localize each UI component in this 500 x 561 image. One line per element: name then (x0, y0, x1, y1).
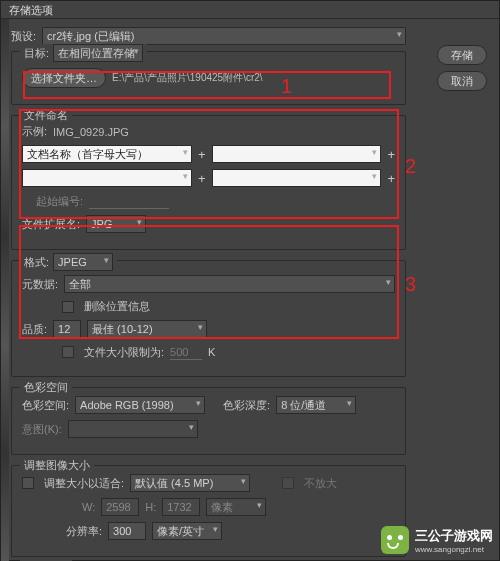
watermark-brand: 三公子游戏网 (415, 528, 493, 543)
example-value: IMG_0929.JPG (53, 126, 129, 138)
ext-select[interactable]: JPG (86, 215, 146, 233)
seg2-select[interactable] (212, 145, 382, 163)
window-titlebar: 存储选项 (1, 1, 499, 19)
metadata-select[interactable]: 全部 (64, 275, 395, 293)
save-button[interactable]: 存储 (437, 45, 487, 65)
intent-label: 意图(K): (22, 422, 62, 437)
target-select[interactable]: 在相同位置存储 (53, 44, 143, 62)
depth-select[interactable]: 8 位/通道 (276, 396, 356, 414)
plus-icon: + (198, 147, 206, 162)
res-input[interactable] (108, 522, 146, 540)
format-fieldset: 格式: JPEG 元数据: 全部 删除位置信息 品质: 最佳 (10-12) (11, 260, 406, 377)
quality-preset-select[interactable]: 最佳 (10-12) (87, 320, 207, 338)
watermark-url: www.sangongzi.net (415, 545, 493, 554)
cancel-button[interactable]: 取消 (437, 71, 487, 91)
target-legend: 目标: (24, 46, 49, 61)
plus-icon: + (198, 171, 206, 186)
remove-location-checkbox[interactable] (62, 301, 74, 313)
colorspace-legend: 色彩空间 (20, 380, 72, 395)
resize-fieldset: 调整图像大小 调整大小以适合: 默认值 (4.5 MP) 不放大 W: H: 像… (11, 465, 406, 557)
limit-unit: K (208, 346, 215, 358)
limit-label: 文件大小限制为: (84, 345, 164, 360)
start-label: 起始编号: (36, 194, 83, 209)
w-input (101, 498, 139, 516)
res-unit-select[interactable]: 像素/英寸 (152, 522, 222, 540)
preset-row: 预设: cr2转.jpg (已编辑) (11, 27, 406, 45)
no-enlarge-checkbox (282, 477, 294, 489)
watermark-icon (381, 526, 409, 554)
h-label: H: (145, 501, 156, 513)
metadata-label: 元数据: (22, 277, 58, 292)
preset-select[interactable]: cr2转.jpg (已编辑) (42, 27, 406, 45)
pick-folder-button[interactable]: 选择文件夹… (22, 68, 106, 88)
example-label: 示例: (22, 124, 47, 139)
res-label: 分辨率: (66, 524, 102, 539)
quality-label: 品质: (22, 322, 47, 337)
watermark: 三公子游戏网 www.sangongzi.net (381, 526, 493, 554)
save-options-window: 存储选项 预设: cr2转.jpg (已编辑) 目标: 在相同位置存储 (0, 0, 500, 561)
preset-label: 预设: (11, 29, 36, 44)
fit-select[interactable]: 默认值 (4.5 MP) (130, 474, 250, 492)
format-select[interactable]: JPEG (53, 253, 113, 271)
right-button-column: 存储 取消 (437, 45, 487, 91)
content-area: 预设: cr2转.jpg (已编辑) 目标: 在相同位置存储 (1, 19, 499, 561)
w-label: W: (82, 501, 95, 513)
target-fieldset: 目标: 在相同位置存储 选择文件夹… E:\产品\产品照片\190425附件\c… (11, 51, 406, 105)
fit-label: 调整大小以适合: (44, 476, 124, 491)
filename-fieldset: 文件命名 示例: IMG_0929.JPG 文档名称（首字母大写） + + + … (11, 115, 406, 250)
plus-icon: + (387, 171, 395, 186)
space-select[interactable]: Adobe RGB (1998) (75, 396, 205, 414)
seg3-select[interactable] (22, 169, 192, 187)
resize-legend: 调整图像大小 (20, 458, 94, 473)
start-number-input[interactable] (89, 193, 169, 209)
ext-label: 文件扩展名: (22, 217, 80, 232)
intent-select (68, 420, 198, 438)
filename-legend: 文件命名 (20, 108, 72, 123)
colorspace-fieldset: 色彩空间 色彩空间: Adobe RGB (1998) 色彩深度: 8 位/通道… (11, 387, 406, 455)
limit-checkbox[interactable] (62, 346, 74, 358)
annotation-num-2: 2 (405, 155, 416, 178)
seg4-select[interactable] (212, 169, 382, 187)
window-title: 存储选项 (9, 4, 53, 16)
no-enlarge-label: 不放大 (304, 476, 337, 491)
annotation-num-3: 3 (405, 273, 416, 296)
fit-checkbox[interactable] (22, 477, 34, 489)
target-path: E:\产品\产品照片\190425附件\cr2\ (112, 71, 263, 85)
plus-icon: + (387, 147, 395, 162)
wh-unit-select: 像素 (206, 498, 266, 516)
space-label: 色彩空间: (22, 398, 69, 413)
h-input (162, 498, 200, 516)
limit-value-input[interactable] (170, 344, 202, 360)
annotation-num-1: 1 (281, 75, 292, 98)
depth-label: 色彩深度: (223, 398, 270, 413)
format-legend: 格式: (24, 255, 49, 270)
remove-location-label: 删除位置信息 (84, 299, 150, 314)
quality-num-input[interactable] (53, 320, 81, 338)
seg1-select[interactable]: 文档名称（首字母大写） (22, 145, 192, 163)
